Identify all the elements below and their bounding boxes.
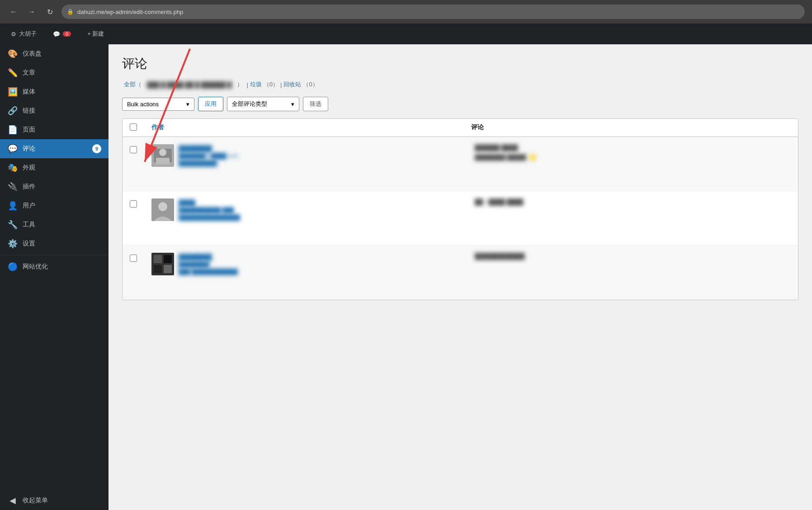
header-author[interactable]: 作者 [151, 123, 471, 132]
sidebar-item-plugins[interactable]: 🔌 插件 [0, 177, 109, 196]
sidebar-item-collapse[interactable]: ◀ 收起菜单 [0, 491, 109, 510]
sidebar-item-dashboard[interactable]: 🎨 仪表盘 [0, 44, 109, 63]
sidebar: 🎨 仪表盘 ✏️ 文章 🖼️ 媒体 🔗 链接 📄 页面 💬 评论 [0, 44, 109, 510]
row-checkbox-2 [130, 198, 151, 208]
forward-button[interactable]: → [25, 5, 38, 18]
sidebar-label-appearance: 外观 [23, 164, 101, 172]
comment-cell-1: ██████ ████ ████████ █████ 🌟 [471, 144, 791, 161]
comments-table: 作者 评论 [122, 118, 798, 300]
wp-logo-icon: ⚙ [11, 31, 16, 38]
page-title: 评论 [122, 55, 798, 72]
comment-type-dropdown[interactable]: 全部评论类型 ▾ [227, 97, 299, 111]
author-name-1: ████████ [179, 145, 238, 152]
sidebar-label-settings: 设置 [23, 240, 101, 248]
author-ip-3: ███ ████████████ [179, 269, 238, 275]
sidebar-label-plugins: 插件 [23, 183, 101, 191]
author-email-3: ████████ [179, 261, 238, 268]
filter-tab-all-count[interactable]: ███ █ ████ ██ █ ██████ █ [145, 80, 233, 89]
comment-text-3: ████████████ [475, 253, 791, 260]
site-name-link[interactable]: ⚙ 大胡子 [7, 28, 40, 40]
comments-badge: 0 [63, 31, 71, 37]
svg-rect-5 [156, 158, 170, 165]
row-1-checkbox[interactable] [130, 146, 137, 153]
appearance-icon: 🎭 [7, 163, 18, 173]
row-3-checkbox[interactable] [130, 255, 137, 262]
filter-sep-1: | [246, 81, 248, 88]
sidebar-item-links[interactable]: 🔗 链接 [0, 101, 109, 120]
comment-icon: 💬 [53, 31, 60, 38]
table-row: ████████ ███████@████.com ██████████ ███… [123, 137, 798, 191]
sidebar-label-media: 媒体 [23, 88, 101, 96]
author-email-1: ███████@████.com [179, 153, 238, 159]
select-all-checkbox[interactable] [130, 123, 137, 131]
comments-link[interactable]: 💬 0 [49, 29, 75, 39]
settings-icon: ⚙️ [7, 239, 18, 249]
comment-meta-1: ████████ █████ 🌟 [475, 153, 791, 161]
filter-tabs: 全部（ ███ █ ████ ██ █ ██████ █ ） | 垃圾 （0） … [122, 80, 798, 90]
author-info-1: ████████ ███████@████.com ██████████ [179, 145, 238, 166]
new-content-link[interactable]: + 新建 [84, 28, 108, 40]
recycle-count: （0） [303, 80, 318, 89]
sidebar-item-appearance[interactable]: 🎭 外观 [0, 158, 109, 177]
main-content: 评论 全部（ ███ █ ████ ██ █ ██████ █ ） | 垃圾 （… [109, 44, 812, 510]
svg-point-7 [158, 202, 167, 211]
sidebar-item-media[interactable]: 🖼️ 媒体 [0, 82, 109, 101]
author-info-2: ████ ███████████.███ ████████████████ [179, 199, 240, 221]
links-icon: 🔗 [7, 106, 18, 116]
filter-sep-2: | [280, 81, 282, 88]
bulk-actions-label: Bulk actions [127, 101, 159, 108]
sidebar-label-posts: 文章 [23, 69, 101, 77]
author-avatar-3 [151, 253, 174, 275]
admin-top-bar: ⚙ 大胡子 💬 0 + 新建 [0, 24, 812, 44]
bulk-actions-dropdown[interactable]: Bulk actions ▾ [122, 98, 194, 111]
dashboard-icon: 🎨 [7, 49, 18, 59]
sidebar-label-collapse: 收起菜单 [23, 496, 101, 505]
row-checkbox-1 [130, 144, 151, 153]
comment-text-2: ██ • ████ ████ [475, 198, 791, 205]
sidebar-label-links: 链接 [23, 107, 101, 115]
lock-icon: 🔒 [67, 9, 74, 15]
author-cell-3: ████████ ████████ ███ ████████████ [151, 253, 471, 277]
author-avatar-2 [151, 198, 174, 221]
filter-tab-trash[interactable]: 垃圾 [250, 80, 262, 89]
author-email-2: ███████████.███ [179, 207, 240, 213]
author-avatar-1 [151, 144, 174, 167]
author-ip-1: ██████████ [179, 160, 238, 166]
filter-tab-all[interactable]: 全部（ [122, 80, 143, 90]
filter-tab-recycle[interactable]: 回收站 [283, 80, 301, 89]
sidebar-item-settings[interactable]: ⚙️ 设置 [0, 234, 109, 253]
sidebar-item-seo[interactable]: 🔵 网站优化 [0, 257, 109, 276]
svg-rect-12 [164, 265, 172, 273]
emoji-1: 🌟 [528, 153, 537, 161]
sidebar-label-comments: 评论 [23, 145, 88, 153]
sidebar-label-dashboard: 仪表盘 [23, 50, 101, 58]
author-name-2: ████ [179, 199, 240, 206]
sidebar-label-pages: 页面 [23, 126, 101, 134]
sidebar-item-posts[interactable]: ✏️ 文章 [0, 63, 109, 82]
comment-text-1: ██████ ████ [475, 144, 791, 151]
sidebar-item-comments[interactable]: 💬 评论 9 [0, 139, 109, 158]
comment-meta-text-1: ████████ █████ [475, 154, 526, 161]
sidebar-item-users[interactable]: 👤 用户 [0, 196, 109, 215]
trash-count: （0） [264, 80, 279, 89]
address-bar[interactable]: 🔒 dahuzi.me/wp-admin/edit-comments.php [61, 5, 805, 19]
header-checkbox-cell [130, 123, 151, 132]
back-button[interactable]: ← [7, 5, 20, 18]
header-comment: 评论 [471, 123, 791, 132]
author-info-3: ████████ ████████ ███ ████████████ [179, 254, 238, 275]
filter-tab-all-close: ） [235, 80, 245, 90]
filter-button[interactable]: 筛选 [303, 97, 328, 111]
sidebar-item-tools[interactable]: 🔧 工具 [0, 215, 109, 234]
sidebar-divider [0, 255, 109, 255]
dropdown-arrow-icon: ▾ [186, 101, 189, 108]
sidebar-label-tools: 工具 [23, 221, 101, 229]
comment-cell-2: ██ • ████ ████ [471, 198, 791, 207]
apply-button[interactable]: 应用 [198, 97, 223, 111]
author-ip-2: ████████████████ [179, 214, 240, 221]
new-label: + 新建 [87, 30, 104, 38]
row-2-checkbox[interactable] [130, 200, 137, 208]
collapse-icon: ◀ [7, 496, 18, 505]
reload-button[interactable]: ↻ [43, 5, 56, 18]
sidebar-item-pages[interactable]: 📄 页面 [0, 120, 109, 139]
pages-icon: 📄 [7, 125, 18, 135]
